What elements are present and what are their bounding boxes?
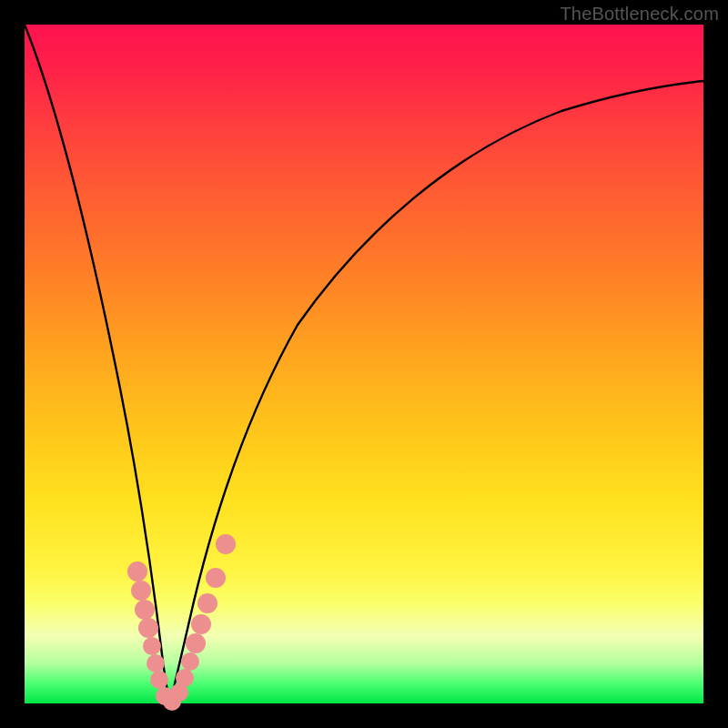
svg-point-13 — [191, 614, 211, 634]
svg-point-3 — [138, 618, 158, 638]
svg-point-16 — [216, 534, 236, 554]
svg-point-4 — [143, 637, 161, 655]
svg-point-0 — [127, 561, 147, 581]
svg-point-12 — [186, 633, 206, 653]
svg-point-15 — [206, 568, 226, 588]
svg-point-5 — [147, 654, 165, 672]
plot-area — [25, 25, 703, 703]
chart-canvas: TheBottleneck.com — [0, 0, 728, 728]
svg-point-10 — [176, 669, 194, 687]
watermark-text: TheBottleneck.com — [560, 4, 719, 25]
svg-point-14 — [197, 593, 217, 613]
curve-layer — [25, 25, 703, 703]
svg-point-11 — [181, 652, 199, 671]
svg-point-6 — [150, 671, 168, 689]
svg-point-1 — [131, 581, 151, 601]
svg-point-2 — [135, 600, 155, 620]
valley-dots — [127, 534, 236, 711]
curve-right-branch — [170, 81, 703, 703]
